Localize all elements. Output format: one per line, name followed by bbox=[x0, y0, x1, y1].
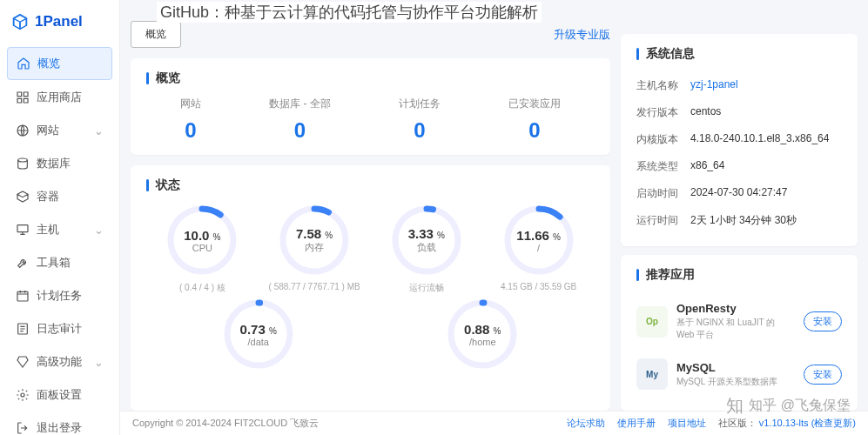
info-value: centos bbox=[690, 105, 842, 120]
sysinfo-title: 系统信息 bbox=[636, 46, 842, 62]
info-row: 运行时间2天 1小时 34分钟 30秒 bbox=[636, 207, 842, 234]
install-button[interactable]: 安装 bbox=[804, 311, 842, 331]
info-label: 启动时间 bbox=[636, 186, 690, 201]
sidebar-item-home[interactable]: 概览 bbox=[7, 47, 112, 80]
tab-overview[interactable]: 概览 bbox=[131, 21, 181, 48]
info-label: 内核版本 bbox=[636, 132, 690, 147]
sidebar-item-label: 概览 bbox=[37, 56, 60, 71]
gauge[interactable]: 3.33 %负载运行流畅 bbox=[376, 204, 476, 294]
box-icon bbox=[16, 190, 30, 204]
svg-rect-3 bbox=[17, 291, 28, 301]
upgrade-link[interactable]: 升级专业版 bbox=[554, 27, 610, 43]
sidebar-item-label: 数据库 bbox=[37, 156, 71, 171]
stat-value: 0 bbox=[508, 118, 561, 143]
gauge-pct: 7.58 % bbox=[296, 226, 333, 241]
info-row: 主机名称yzj-1panel bbox=[636, 72, 842, 99]
info-label: 主机名称 bbox=[636, 78, 690, 93]
gauge-label: CPU bbox=[192, 243, 212, 253]
stat-item[interactable]: 计划任务0 bbox=[399, 97, 441, 143]
install-button[interactable]: 安装 bbox=[804, 365, 842, 385]
gauge-label: 负载 bbox=[417, 241, 436, 254]
sidebar-item-db[interactable]: 数据库 bbox=[7, 148, 112, 179]
chevron-down-icon: ⌄ bbox=[94, 124, 104, 137]
app-item: MyMySQLMySQL 开源关系型数据库安装 bbox=[636, 350, 842, 398]
sidebar-item-gem[interactable]: 高级功能⌄ bbox=[7, 346, 112, 378]
zhihu-icon: 知 bbox=[726, 394, 744, 418]
info-label: 运行时间 bbox=[636, 213, 690, 228]
gauge[interactable]: 11.66 %/4.15 GB / 35.59 GB bbox=[488, 204, 589, 294]
info-label: 发行版本 bbox=[636, 105, 690, 120]
info-value: 4.18.0-240.10.1.el8_3.x86_64 bbox=[690, 132, 842, 147]
sidebar-item-host[interactable]: 主机⌄ bbox=[7, 214, 112, 245]
chevron-down-icon: ⌄ bbox=[94, 224, 104, 237]
version: 社区版： v1.10.13-lts (检查更新) bbox=[718, 417, 856, 430]
svg-point-5 bbox=[21, 393, 24, 397]
app-desc: 基于 NGINX 和 LuaJIT 的 Web 平台 bbox=[676, 317, 795, 341]
sidebar-item-label: 网站 bbox=[37, 123, 59, 138]
gauge[interactable]: 0.88 %/home bbox=[433, 298, 533, 376]
copyright: Copyright © 2014-2024 FIT2CLOUD 飞致云 bbox=[132, 417, 319, 430]
info-value: x86_64 bbox=[690, 159, 842, 174]
info-row: 发行版本centos bbox=[636, 99, 842, 126]
sidebar-item-box[interactable]: 容器 bbox=[7, 181, 112, 212]
stat-item[interactable]: 数据库 - 全部0 bbox=[269, 97, 331, 143]
stat-item[interactable]: 已安装应用0 bbox=[508, 97, 561, 143]
info-value[interactable]: yzj-1panel bbox=[690, 78, 842, 93]
sidebar-item-label: 容器 bbox=[37, 189, 59, 204]
gauge-pct: 0.73 % bbox=[240, 322, 277, 337]
stat-label: 数据库 - 全部 bbox=[269, 97, 331, 111]
footer-link[interactable]: 项目地址 bbox=[668, 417, 706, 430]
sidebar-item-exit[interactable]: 退出登录 bbox=[7, 412, 112, 435]
overview-card: 概览 网站0数据库 - 全部0计划任务0已安装应用0 bbox=[131, 58, 610, 155]
cal-icon bbox=[16, 289, 30, 303]
svg-rect-2 bbox=[17, 225, 28, 232]
sidebar-item-log[interactable]: 日志审计 bbox=[7, 313, 112, 345]
gauge-pct: 10.0 % bbox=[184, 228, 220, 243]
stat-value: 0 bbox=[399, 118, 441, 143]
info-value: 2天 1小时 34分钟 30秒 bbox=[690, 213, 842, 228]
gem-icon bbox=[16, 355, 30, 369]
info-row: 内核版本4.18.0-240.10.1.el8_3.x86_64 bbox=[636, 126, 842, 153]
sidebar-item-label: 主机 bbox=[37, 222, 59, 238]
gauge[interactable]: 10.0 %CPU( 0.4 / 4 ) 核 bbox=[152, 204, 252, 294]
svg-point-1 bbox=[18, 158, 28, 162]
stat-label: 网站 bbox=[180, 97, 201, 111]
gauge-label: / bbox=[537, 243, 540, 253]
info-value: 2024-07-30 04:27:47 bbox=[690, 186, 842, 201]
gauge[interactable]: 7.58 %内存( 588.77 / 7767.71 ) MB bbox=[265, 204, 365, 294]
sidebar-item-label: 日志审计 bbox=[37, 321, 82, 337]
gauge[interactable]: 0.73 %/data bbox=[208, 298, 308, 376]
db-icon bbox=[16, 157, 30, 171]
logo-text: 1Panel bbox=[35, 13, 83, 30]
check-update[interactable]: (检查更新) bbox=[811, 418, 856, 428]
version-number[interactable]: v1.10.13-lts bbox=[759, 418, 809, 428]
stat-value: 0 bbox=[269, 118, 331, 143]
gauge-sub: ( 0.4 / 4 ) 核 bbox=[152, 282, 252, 294]
gear-icon bbox=[16, 388, 30, 402]
gauge-pct: 11.66 % bbox=[516, 228, 561, 243]
stat-value: 0 bbox=[180, 118, 201, 143]
recapps-card: 推荐应用 OpOpenResty基于 NGINX 和 LuaJIT 的 Web … bbox=[621, 255, 858, 411]
footer-link[interactable]: 论坛求助 bbox=[567, 417, 605, 430]
gauge-label: 内存 bbox=[305, 241, 324, 254]
stat-item[interactable]: 网站0 bbox=[180, 97, 201, 143]
info-label: 系统类型 bbox=[636, 159, 690, 174]
sidebar-item-cal[interactable]: 计划任务 bbox=[7, 280, 112, 311]
footer-link[interactable]: 使用手册 bbox=[617, 417, 656, 430]
overview-title: 概览 bbox=[146, 70, 595, 86]
sidebar-item-gear[interactable]: 面板设置 bbox=[7, 379, 112, 411]
exit-icon bbox=[16, 421, 30, 435]
logo: 1Panel bbox=[0, 0, 119, 44]
sidebar-item-label: 工具箱 bbox=[37, 255, 71, 271]
main: 概览 升级专业版 概览 网站0数据库 - 全部0计划任务0已安装应用0 状态 1… bbox=[120, 0, 868, 435]
grid-icon bbox=[16, 90, 30, 104]
sidebar-item-tool[interactable]: 工具箱 bbox=[7, 247, 112, 278]
globe-icon bbox=[16, 124, 30, 137]
app-name: OpenResty bbox=[676, 302, 795, 315]
sidebar-item-grid[interactable]: 应用商店 bbox=[7, 82, 112, 113]
chevron-down-icon: ⌄ bbox=[94, 356, 104, 369]
sidebar-item-globe[interactable]: 网站⌄ bbox=[7, 115, 112, 146]
sysinfo-card: 系统信息 主机名称yzj-1panel发行版本centos内核版本4.18.0-… bbox=[621, 34, 858, 246]
page-heading: GitHub：种基于云计算的代码托管与协作平台功能解析 bbox=[157, 2, 542, 23]
app-item: OpOpenResty基于 NGINX 和 LuaJIT 的 Web 平台安装 bbox=[636, 293, 842, 350]
